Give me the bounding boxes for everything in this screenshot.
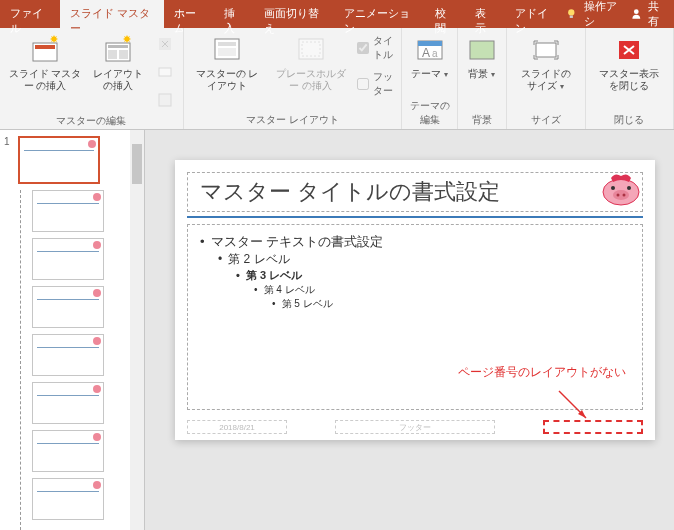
group-label-edit-master: マスターの編集 — [56, 112, 126, 128]
dropdown-arrow-icon: ▾ — [560, 82, 564, 91]
scrollbar[interactable] — [130, 130, 144, 530]
scrollbar-handle[interactable] — [132, 144, 142, 184]
svg-rect-21 — [470, 41, 494, 59]
tab-home[interactable]: ホーム — [164, 0, 214, 28]
insert-placeholder-label: プレースホルダー の挿入 — [272, 68, 349, 92]
master-layout-icon — [211, 34, 243, 66]
ribbon-group-close: マスター表示 を閉じる 閉じる — [586, 28, 674, 129]
preserve-icon — [155, 90, 175, 110]
svg-rect-13 — [218, 42, 236, 46]
svg-rect-14 — [218, 48, 236, 56]
titlebar: ファイル スライド マスター ホーム 挿入 画面切り替え アニメーション 校閲 … — [0, 0, 674, 28]
slide-master-icon — [29, 34, 61, 66]
body-level-3: 第 3 レベル — [236, 268, 630, 283]
insert-slide-master-label: スライド マスター の挿入 — [8, 68, 82, 92]
svg-rect-22 — [536, 43, 556, 57]
insert-slide-master-button[interactable]: スライド マスター の挿入 — [6, 32, 84, 94]
tab-transition[interactable]: 画面切り替え — [254, 0, 334, 28]
tab-view[interactable]: 表示 — [465, 0, 505, 28]
tab-insert[interactable]: 挿入 — [214, 0, 254, 28]
thumbnail-pane[interactable]: 1 — [0, 130, 145, 530]
theme-icon: Aa — [414, 34, 446, 66]
svg-text:A: A — [422, 46, 430, 60]
close-master-label: マスター表示 を閉じる — [594, 68, 665, 92]
titlebar-right: 操作アシ 共有 — [565, 0, 674, 28]
svg-point-0 — [569, 9, 575, 15]
close-icon — [613, 34, 645, 66]
background-button[interactable]: 背景 ▾ — [464, 32, 500, 82]
theme-label: テーマ — [411, 68, 441, 79]
thumbnail-layout[interactable] — [32, 238, 104, 280]
dropdown-arrow-icon: ▾ — [491, 70, 495, 79]
placeholder-icon — [295, 34, 327, 66]
title-placeholder[interactable]: マスター タイトルの書式設定 — [187, 172, 643, 212]
close-master-button[interactable]: マスター表示 を閉じる — [592, 32, 667, 94]
slide-size-button[interactable]: スライドの サイズ ▾ — [513, 32, 579, 94]
body-level-2: 第 2 レベル — [218, 251, 630, 268]
svg-text:a: a — [432, 48, 438, 59]
body-level-5: 第 5 レベル — [272, 297, 630, 311]
master-layout-label: マスターの レイアウト — [192, 68, 262, 92]
thumbnail-layout[interactable] — [32, 382, 104, 424]
theme-button[interactable]: Aa テーマ ▾ — [409, 32, 450, 82]
thumbnail-master[interactable]: 1 — [4, 136, 140, 184]
group-label-edit-theme: テーマの編集 — [408, 97, 450, 127]
thumbnail-number: 1 — [4, 136, 14, 184]
svg-rect-4 — [35, 45, 55, 49]
edit-pane: マスター タイトルの書式設定 マスター テキストの書式設定 第 2 レベル 第 … — [145, 130, 674, 530]
pig-icon — [601, 170, 641, 206]
footer-checkbox-row[interactable]: フッター — [357, 68, 395, 100]
svg-point-27 — [623, 194, 626, 197]
group-label-background: 背景 — [472, 111, 492, 127]
svg-point-2 — [634, 9, 639, 14]
ribbon-group-background: 背景 ▾ 背景 — [458, 28, 507, 129]
dropdown-arrow-icon: ▾ — [444, 70, 448, 79]
tellme-icon — [565, 7, 578, 21]
svg-point-25 — [613, 190, 629, 200]
preserve-button — [153, 88, 177, 112]
master-layout-button[interactable]: マスターの レイアウト — [190, 32, 264, 94]
tab-animation[interactable]: アニメーション — [334, 0, 424, 28]
background-label: 背景 — [468, 68, 488, 79]
master-layout-checkboxes: タイトル フッター — [357, 32, 395, 100]
tab-slide-master[interactable]: スライド マスター — [60, 0, 163, 28]
thumbnail-hierarchy-line — [20, 190, 21, 530]
tellme-label[interactable]: 操作アシ — [584, 0, 624, 29]
thumbnail-layout[interactable] — [32, 286, 104, 328]
body-placeholder[interactable]: マスター テキストの書式設定 第 2 レベル 第 3 レベル 第 4 レベル 第… — [187, 224, 643, 410]
footer-checkbox — [357, 78, 369, 90]
body-level-1: マスター テキストの書式設定 — [200, 233, 630, 251]
svg-rect-7 — [108, 50, 117, 59]
footer-placeholder[interactable]: フッター — [335, 420, 495, 434]
tab-review[interactable]: 校閲 — [425, 0, 465, 28]
svg-rect-8 — [119, 50, 128, 59]
tab-file[interactable]: ファイル — [0, 0, 60, 28]
tab-addin[interactable]: アドイン — [505, 0, 565, 28]
svg-point-28 — [611, 186, 615, 190]
date-placeholder[interactable]: 2018/8/21 — [187, 420, 287, 434]
thumbnail-layout[interactable] — [32, 190, 104, 232]
share-label[interactable]: 共有 — [648, 0, 668, 29]
group-label-master-layout: マスター レイアウト — [246, 111, 339, 127]
slide-size-icon — [530, 34, 562, 66]
title-checkbox-row[interactable]: タイトル — [357, 32, 395, 64]
group-label-close: 閉じる — [614, 111, 644, 127]
share-icon — [630, 7, 643, 21]
ribbon-group-size: スライドの サイズ ▾ サイズ — [507, 28, 586, 129]
thumbnail-layout[interactable] — [32, 334, 104, 376]
title-checkbox-label: タイトル — [373, 34, 395, 62]
master-edit-small-buttons — [153, 32, 177, 112]
svg-rect-6 — [108, 45, 128, 48]
svg-rect-10 — [159, 68, 171, 76]
insert-layout-button[interactable]: レイアウト の挿入 — [90, 32, 147, 94]
annotation-text: ページ番号のレイアウトがない — [458, 364, 626, 381]
title-checkbox — [357, 42, 369, 54]
ribbon: スライド マスター の挿入 レイアウト の挿入 マスターの編集 マスターの レイ… — [0, 28, 674, 130]
thumbnail-layout[interactable] — [32, 430, 104, 472]
group-label-size: サイズ — [531, 111, 561, 127]
insert-layout-label: レイアウト の挿入 — [92, 68, 145, 92]
thumbnail-layout[interactable] — [32, 478, 104, 520]
svg-point-29 — [627, 186, 631, 190]
svg-rect-11 — [159, 94, 171, 106]
svg-rect-1 — [570, 16, 573, 18]
